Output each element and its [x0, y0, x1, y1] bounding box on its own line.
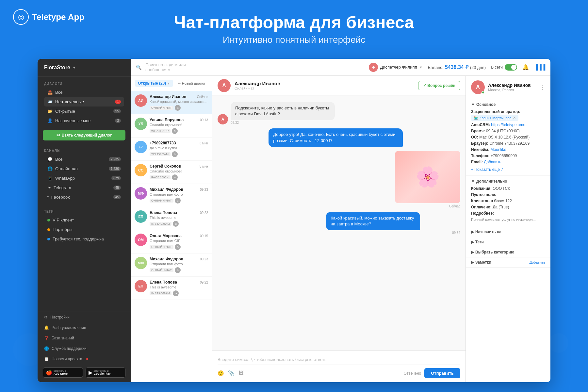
agent-selector[interactable]: Ф Диспетчер Филипп ▼ — [369, 63, 422, 72]
conv-channel-tag: FACEBOOK — [150, 175, 171, 179]
settings-icon: ⚙ — [44, 315, 48, 319]
tab-open[interactable]: Открытые (20) ▼ — [135, 80, 173, 87]
show-more-link[interactable]: + Показать ещё 7 — [471, 167, 503, 172]
conversation-item[interactable]: МФ Михаил Федоров 09:23 Отправил вам фот… — [131, 253, 212, 277]
amocrm-link[interactable]: https://teletype.amo... — [491, 122, 529, 127]
conv-name: Михаил Федоров — [150, 257, 183, 261]
conv-name: Елена Попова — [150, 210, 177, 215]
emoji-icon[interactable]: 🙂 — [218, 370, 224, 376]
os-row: ОС: Mac OS X 10.12.6 (Русский) — [471, 135, 545, 139]
chat-contact-avatar: А — [218, 79, 231, 92]
conversation-item[interactable]: +7 +79892887733 3 мин До 5 тыс в сутки. … — [131, 138, 212, 161]
details-row: Подробнее: — [471, 211, 545, 216]
sidebar-item-channel-whatsapp[interactable]: 📱 WhatsApp 879 — [44, 173, 124, 183]
replied-label: Отвечено — [404, 371, 421, 376]
stats-icon[interactable]: ▐▐▐ — [534, 64, 545, 70]
conv-channel-tag: ОНЛАЙН-ЧАТ — [150, 268, 173, 272]
conv-agent-avatar: В — [175, 267, 181, 273]
sidebar-item-tag-support[interactable]: Требуется тех. поддержка — [44, 234, 124, 244]
online-toggle[interactable] — [505, 64, 517, 71]
notifications-bell-icon[interactable]: 🔔 — [522, 64, 529, 70]
conversation-item[interactable]: МФ Михаил Федоров 09:23 Отправил вам фот… — [131, 184, 212, 207]
conv-preview: This is awesome! — [150, 285, 208, 289]
email-add-link[interactable]: Добавить — [484, 160, 501, 164]
conv-preview: Какой красивый, можно заказать... — [150, 100, 208, 104]
attachment-icon[interactable]: 📎 — [228, 370, 235, 376]
conv-avatar: УБ — [135, 118, 147, 130]
conv-avatar: МФ — [135, 257, 147, 269]
message-row: Какой красивый, можно заказать доставку … — [218, 212, 460, 235]
top-bar: 🔍 Поиск по людям или сообщениям — [131, 59, 212, 76]
conversation-item[interactable]: ЕП Елена Попова 09:22 This is awesome! I… — [131, 277, 212, 300]
sidebar-item-tag-vip[interactable]: VIP клиент — [44, 215, 124, 225]
message-time: 09:32 — [326, 231, 460, 235]
balance-display: Баланс: 5438.34 ₽ (23 дня) — [428, 64, 486, 70]
chat-contact-channel: Онлайн-чат — [235, 86, 414, 90]
conversation-item[interactable]: СС Сергей Соколов 5 мин Спасибо огромное… — [131, 161, 212, 184]
more-options-button[interactable]: ⋮ — [539, 84, 545, 91]
notes-add-button[interactable]: Добавить — [529, 260, 545, 264]
sidebar-item-tag-partners[interactable]: Партнёры — [44, 225, 124, 234]
category-section[interactable]: ▶ Выбрать категорию — [466, 247, 550, 257]
tags-section-collapsible[interactable]: ▶ Теги — [466, 237, 550, 247]
sidebar-item-channel-all[interactable]: 💬 Все 2 235 — [44, 155, 124, 164]
sidebar-item-open[interactable]: 📂 Открытые 95 — [44, 106, 124, 116]
edit-icon: ✏ — [178, 81, 181, 86]
conv-time: 09:22 — [200, 281, 208, 284]
sidebar-settings[interactable]: ⚙ Настройки — [38, 312, 131, 322]
sidebar-bottom: ⚙ Настройки 🔔 Push-уведомления ❓ База зн… — [38, 312, 131, 382]
conversation-item[interactable]: УБ Ульяна Борунова 09:13 Спасибо огромно… — [131, 114, 212, 138]
sidebar-item-all-dialogs[interactable]: 📥 Все — [44, 88, 124, 97]
envelope-icon: ✉ — [57, 133, 60, 138]
conv-name: +79892887733 — [150, 141, 176, 145]
inbox-icon: 📥 — [47, 90, 53, 95]
sidebar-item-assigned[interactable]: 👤 Назначенные мне 3 — [44, 116, 124, 125]
chat-input-placeholder[interactable]: Введите символ /, чтобы использовать быс… — [218, 354, 460, 365]
open-badge: 95 — [113, 109, 121, 113]
sidebar-news[interactable]: 📋 Новости проекта — [38, 354, 131, 364]
store-name-button[interactable]: FloraStore ▼ — [44, 65, 76, 71]
notes-section[interactable]: ▶ Заметки Добавить — [466, 257, 550, 268]
main-info-title[interactable]: ▼ Основное — [471, 102, 545, 107]
next-dialog-button[interactable]: ✉ Взять следующий диалог — [43, 130, 125, 140]
send-button[interactable]: Отправить — [424, 368, 460, 378]
dialogs-section: ДИАЛОГИ 📥 Все 📨 Неотвеченные 1 📂 Открыты… — [38, 77, 131, 128]
whatsapp-icon: 📱 — [47, 176, 53, 181]
sidebar-item-unanswered[interactable]: 📨 Неотвеченные 1 — [44, 97, 124, 106]
assign-section[interactable]: ▶ Назначить на — [466, 227, 550, 237]
contact-avatar-right: А — [471, 80, 485, 94]
conv-time: 09:22 — [200, 211, 208, 215]
conv-agent-avatar: В — [175, 105, 181, 111]
news-icon: 📋 — [44, 357, 49, 361]
company-row: Компания: ООО ГСК — [471, 186, 545, 191]
sidebar-knowledge[interactable]: ❓ База знаний — [38, 333, 131, 343]
appstore-button[interactable]: 🍎 Загрузить в App Store — [43, 368, 83, 378]
conv-agent-avatar: В — [172, 128, 178, 134]
sidebar-item-channel-online[interactable]: 🌐 Онлайн-чат 1 230 — [44, 164, 124, 173]
conv-preview: До 5 тыс в сутки. — [150, 146, 208, 150]
chevron-right-icon: ▶ — [471, 240, 474, 244]
chevron-down-icon: ▼ — [471, 179, 475, 184]
additional-section-title[interactable]: ▼ Дополнительно — [471, 179, 545, 184]
sidebar-push[interactable]: 🔔 Push-уведомления — [38, 322, 131, 333]
sidebar-item-channel-telegram[interactable]: ✈ Telegram 45 — [44, 183, 124, 192]
chat-header: А Александр Иванов Онлайн-чат ✓ Вопрос р… — [212, 76, 466, 95]
sidebar-item-channel-facebook[interactable]: f Facebook 45 — [44, 192, 124, 202]
message-bubble: Доброе утро! Да, конечно. Есть очень кра… — [269, 128, 403, 147]
conv-agent-avatar: Э — [173, 290, 179, 296]
operator-remove-button[interactable]: ✕ — [513, 116, 516, 120]
sidebar-support[interactable]: 🌐 Служба поддержки — [38, 343, 131, 354]
conversation-item[interactable]: ЕП Елена Попова 09:22 This is awesome! I… — [131, 207, 212, 230]
message-row: А Подскажите, какие у вас есть в наличии… — [218, 102, 460, 124]
resolved-button[interactable]: ✓ Вопрос решён — [418, 81, 460, 90]
conv-name: Ульяна Борунова — [150, 118, 184, 122]
new-dialog-button[interactable]: ✏ Новый диалог — [176, 80, 207, 87]
operator-row: Закрепленный оператор: 🏪 Ксения Мартынов… — [471, 109, 545, 121]
conversation-item[interactable]: ОМ Ольга Морозова 09:15 Отправил вам GIF… — [131, 230, 212, 253]
conv-channel-tag: ОНЛАЙН-ЧАТ — [150, 106, 173, 110]
conversation-item[interactable]: АИ Александр Иванов Сейчас Какой красивы… — [131, 91, 212, 114]
image-icon[interactable]: 🖼 — [238, 370, 244, 376]
message-time-image: Сейчас — [395, 204, 460, 208]
googleplay-button[interactable]: ▶ ДОСТУПНО В Google Play — [86, 368, 126, 378]
conv-avatar: СС — [135, 164, 147, 176]
